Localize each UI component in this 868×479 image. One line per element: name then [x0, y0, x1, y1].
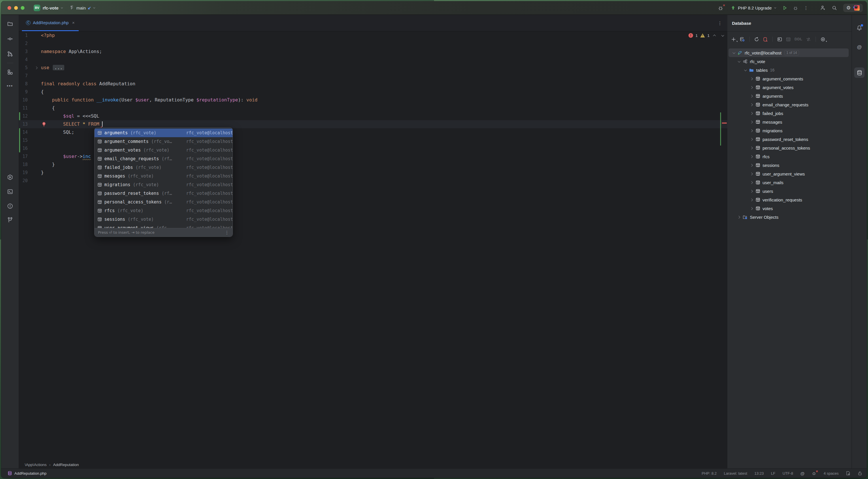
- gutter: [28, 72, 41, 80]
- line-number[interactable]: 11: [19, 104, 28, 112]
- line-number[interactable]: 16: [19, 144, 28, 152]
- completion-item-failed_jobs[interactable]: failed_jobs(rfc_vote)rfc_vote@localhost: [95, 163, 232, 172]
- completion-item-name: argument_votes: [104, 148, 141, 153]
- line-number[interactable]: 1: [19, 31, 28, 39]
- code-text: SELECT * FROM: [41, 120, 102, 128]
- completion-item-schema: (r…: [164, 200, 172, 205]
- completion-item-name: failed_jobs: [104, 165, 133, 170]
- table-icon: [97, 148, 102, 152]
- completion-item-name: messages: [104, 174, 125, 179]
- completion-item-messages[interactable]: messages(rfc_vote)rfc_vote@localhost: [95, 172, 232, 180]
- structure-icon[interactable]: [7, 69, 13, 75]
- code-line-10[interactable]: 10 public function __invoke(User $user, …: [19, 96, 434, 104]
- completion-item-sessions[interactable]: sessions(rfc_vote)rfc_vote@localhost: [95, 215, 232, 223]
- code-line-9[interactable]: 9{: [19, 88, 434, 96]
- completion-item-datasource: rfc_vote@localhost: [186, 191, 232, 196]
- code-text: use ...: [41, 64, 64, 72]
- completion-item-schema: (rfc_vote): [143, 148, 169, 153]
- strip-divider: [7, 63, 13, 63]
- code-line-7[interactable]: 7: [19, 72, 434, 80]
- completion-item-password_reset_tokens[interactable]: password_reset_tokens(rf…rfc_vote@localh…: [95, 189, 232, 198]
- completion-item-argument_votes[interactable]: argument_votes(rfc_vote)rfc_vote@localho…: [95, 146, 232, 154]
- completion-item-email_change_requests[interactable]: email_change_requests(rf…rfc_vote@localh…: [95, 154, 232, 163]
- line-number[interactable]: 15: [19, 136, 28, 144]
- more-tool-windows-icon[interactable]: •••: [7, 83, 13, 88]
- table-icon: [97, 174, 102, 178]
- incoming-commits-icon: ↙: [88, 5, 91, 10]
- branch-name: main: [76, 5, 86, 10]
- git-branch-widget[interactable]: main ↙: [70, 5, 95, 10]
- code-line-11[interactable]: 11 {: [19, 104, 434, 112]
- tab-addreputation-php[interactable]: C AddReputation.php ×: [22, 15, 79, 31]
- gutter: [28, 128, 41, 136]
- code-line-12[interactable]: 12 $sql = <<<SQL: [19, 112, 434, 120]
- completion-item-migrations[interactable]: migrations(rfc_vote)rfc_vote@localhost: [95, 180, 232, 189]
- line-number[interactable]: 19: [19, 169, 28, 177]
- close-window-button[interactable]: [7, 6, 11, 10]
- completion-item-arguments[interactable]: arguments(rfc_vote)rfc_vote@localhost: [95, 128, 232, 137]
- project-widget[interactable]: RV rfc-vote: [34, 5, 62, 11]
- line-number[interactable]: 13: [19, 120, 28, 128]
- zoom-window-button[interactable]: [21, 6, 25, 10]
- fold-chevron-icon[interactable]: [35, 67, 38, 69]
- services-icon[interactable]: [7, 174, 13, 180]
- line-number[interactable]: 7: [19, 72, 28, 80]
- line-number[interactable]: 9: [19, 88, 28, 96]
- line-number[interactable]: 3: [19, 48, 28, 56]
- completion-item-schema: (rf…: [162, 191, 172, 196]
- completion-item-user_argument_views[interactable]: user_argument_views(rfc…rfc_vote@localho…: [95, 223, 232, 228]
- line-number[interactable]: 4: [19, 56, 28, 64]
- code-line-5[interactable]: 5use ...: [19, 64, 434, 72]
- terminal-icon[interactable]: [7, 189, 13, 194]
- line-number[interactable]: 14: [19, 128, 28, 136]
- gutter: [28, 104, 41, 112]
- completion-item-schema: (rf…: [162, 156, 172, 161]
- commit-icon[interactable]: [7, 36, 13, 42]
- gutter: [28, 160, 41, 169]
- folded-region[interactable]: ...: [53, 65, 65, 70]
- completion-item-personal_access_tokens[interactable]: personal_access_tokens(r…rfc_vote@localh…: [95, 198, 232, 206]
- git-tool-icon[interactable]: [7, 217, 13, 223]
- completion-item-datasource: rfc_vote@localhost: [186, 174, 232, 179]
- gutter: [28, 136, 41, 144]
- gutter: [28, 88, 41, 96]
- completion-item-schema: (rfc…: [156, 226, 169, 228]
- gutter: [28, 112, 41, 120]
- project-folder-icon[interactable]: [7, 21, 13, 27]
- project-badge: RV: [34, 5, 40, 11]
- code-line-13[interactable]: 13 SELECT * FROM: [19, 120, 434, 128]
- completion-item-schema: (rfc_vo…: [151, 139, 172, 144]
- problems-icon[interactable]: [7, 203, 13, 209]
- minimize-window-button[interactable]: [14, 6, 18, 10]
- project-name: rfc-vote: [43, 5, 59, 10]
- code-line-3[interactable]: 3namespace App\Actions;: [19, 48, 434, 56]
- close-tab-icon[interactable]: ×: [72, 21, 75, 25]
- line-number[interactable]: 12: [19, 112, 28, 120]
- code-line-2[interactable]: 2: [19, 39, 434, 48]
- left-tool-strip: •••: [1, 15, 19, 239]
- completion-item-name: rfcs: [104, 208, 115, 213]
- completion-item-schema: (rfc_vote): [130, 130, 156, 136]
- line-number[interactable]: 10: [19, 96, 28, 104]
- code-line-4[interactable]: 4: [19, 56, 434, 64]
- table-icon: [97, 139, 102, 144]
- error-lightbulb-icon[interactable]: [41, 122, 46, 126]
- table-icon: [97, 200, 102, 204]
- completion-item-schema: (rfc_vote): [128, 217, 154, 222]
- line-number[interactable]: 17: [19, 152, 28, 160]
- completion-item-name: argument_comments: [104, 139, 149, 144]
- code-line-1[interactable]: 1<?php: [19, 31, 434, 39]
- line-number[interactable]: 20: [19, 177, 28, 185]
- gutter: [28, 31, 41, 39]
- completion-options-kebab-icon[interactable]: ⋮: [225, 230, 229, 235]
- line-number[interactable]: 8: [19, 80, 28, 88]
- completion-item-rfcs[interactable]: rfcs(rfc_vote)rfc_vote@localhost: [95, 206, 232, 215]
- table-icon: [97, 208, 102, 213]
- code-line-8[interactable]: 8final readonly class AddReputation: [19, 80, 434, 88]
- completion-item-argument_comments[interactable]: argument_comments(rfc_vo…rfc_vote@localh…: [95, 137, 232, 146]
- pull-requests-icon[interactable]: [7, 51, 13, 57]
- line-number[interactable]: 2: [19, 39, 28, 48]
- line-number[interactable]: 5: [19, 64, 28, 72]
- completion-item-name: sessions: [104, 217, 125, 222]
- line-number[interactable]: 18: [19, 160, 28, 169]
